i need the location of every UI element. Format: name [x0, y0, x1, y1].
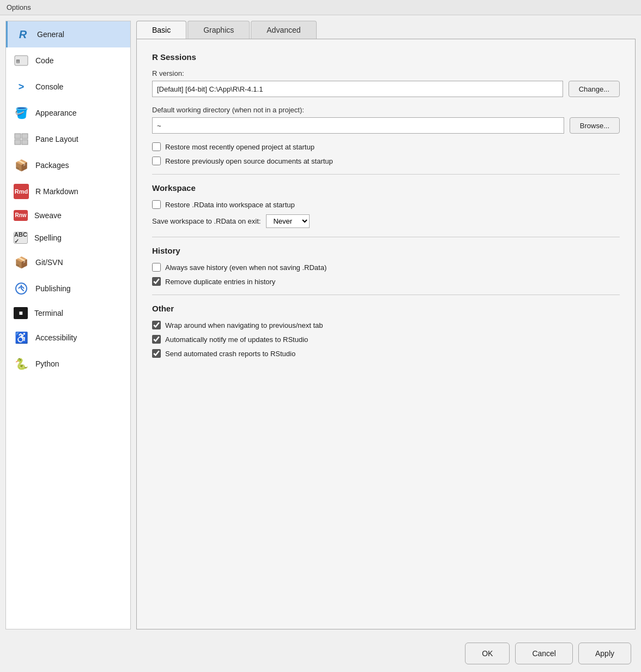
sidebar-item-console[interactable]: > Console	[6, 74, 130, 100]
pane-layout-icon	[14, 131, 29, 147]
sidebar-item-publishing[interactable]: Publishing	[6, 275, 130, 302]
titlebar: Options	[0, 0, 641, 15]
code-icon: ▤	[14, 53, 29, 68]
tab-advanced[interactable]: Advanced	[251, 21, 316, 39]
crash-reports-label: Send automated crash reports to RStudio	[165, 350, 295, 358]
sidebar-item-sweave[interactable]: Rnw Sweave	[6, 205, 130, 226]
save-workspace-select[interactable]: Ask Always Never	[266, 214, 310, 228]
restore-rdata-row: Restore .RData into workspace at startup	[152, 200, 620, 209]
tab-basic[interactable]: Basic	[136, 21, 186, 39]
sidebar-label-publishing: Publishing	[35, 284, 71, 293]
always-save-history-checkbox[interactable]	[152, 263, 161, 272]
restore-project-label: Restore most recently opened project at …	[165, 143, 315, 151]
sidebar-label-gitsvn: Git/SVN	[35, 258, 63, 267]
publishing-icon	[14, 281, 29, 296]
restore-docs-checkbox[interactable]	[152, 157, 161, 165]
r-version-input[interactable]	[152, 81, 563, 97]
divider-2	[152, 237, 620, 237]
sidebar-item-rmarkdown[interactable]: Rmd R Markdown	[6, 178, 130, 205]
restore-rdata-checkbox[interactable]	[152, 200, 161, 209]
sidebar-label-packages: Packages	[35, 161, 69, 170]
sidebar-item-code[interactable]: ▤ Code	[6, 47, 130, 74]
sidebar-label-code: Code	[35, 56, 53, 65]
sidebar-item-terminal[interactable]: ■ Terminal	[6, 302, 130, 325]
gitsvn-icon: 📦	[14, 255, 29, 270]
options-window: Options R General ▤ Code > Console	[0, 0, 641, 672]
sidebar-item-general[interactable]: R General	[6, 21, 130, 47]
spelling-icon: ABC✓	[14, 232, 28, 244]
history-section-title: History	[152, 246, 620, 255]
main-panel: Basic Graphics Advanced R Sessions R ver…	[136, 21, 636, 629]
cancel-button[interactable]: Cancel	[515, 643, 573, 664]
rmarkdown-icon: Rmd	[14, 184, 29, 199]
r-version-row: Change...	[152, 81, 620, 97]
sidebar-item-appearance[interactable]: 🪣 Appearance	[6, 100, 130, 126]
content-area: R General ▤ Code > Console 🪣 Appearance	[0, 15, 641, 635]
footer: OK Cancel Apply	[0, 635, 641, 672]
working-dir-label: Default working directory (when not in a…	[152, 106, 620, 114]
sidebar-item-accessibility[interactable]: ♿ Accessibility	[6, 325, 130, 351]
crash-reports-row: Send automated crash reports to RStudio	[152, 349, 620, 358]
notify-updates-label: Automatically notify me of updates to RS…	[165, 335, 308, 344]
svg-rect-2	[15, 134, 21, 139]
always-save-history-label: Always save history (even when not savin…	[165, 263, 326, 272]
browse-button[interactable]: Browse...	[570, 117, 620, 134]
r-sessions-section-title: R Sessions	[152, 52, 620, 62]
sidebar-item-spelling[interactable]: ABC✓ Spelling	[6, 226, 130, 249]
save-workspace-row: Save workspace to .RData on exit: Ask Al…	[152, 214, 620, 228]
python-icon: 🐍	[14, 356, 29, 371]
svg-rect-3	[22, 134, 28, 139]
notify-updates-checkbox[interactable]	[152, 335, 161, 344]
remove-duplicates-checkbox[interactable]	[152, 277, 161, 286]
sidebar-item-gitsvn[interactable]: 📦 Git/SVN	[6, 249, 130, 275]
wrap-around-checkbox[interactable]	[152, 321, 161, 329]
crash-reports-checkbox[interactable]	[152, 349, 161, 358]
wrap-around-row: Wrap around when navigating to previous/…	[152, 321, 620, 329]
restore-docs-label: Restore previously open source documents…	[165, 157, 333, 165]
panel-body: R Sessions R version: Change... Default …	[136, 39, 636, 629]
sidebar-label-rmarkdown: R Markdown	[35, 187, 78, 196]
ok-button[interactable]: OK	[465, 643, 510, 664]
workspace-section-title: Workspace	[152, 183, 620, 193]
working-dir-row: Browse...	[152, 117, 620, 134]
apply-button[interactable]: Apply	[578, 643, 631, 664]
working-dir-input[interactable]	[152, 117, 564, 134]
appearance-icon: 🪣	[14, 105, 29, 121]
general-icon: R	[15, 27, 31, 42]
sidebar-item-python[interactable]: 🐍 Python	[6, 351, 130, 377]
svg-rect-4	[15, 140, 21, 145]
restore-project-row: Restore most recently opened project at …	[152, 142, 620, 151]
restore-project-checkbox[interactable]	[152, 142, 161, 151]
other-section-title: Other	[152, 304, 620, 313]
svg-rect-5	[22, 140, 28, 145]
sidebar-label-general: General	[37, 30, 64, 39]
sidebar-item-pane-layout[interactable]: Pane Layout	[6, 126, 130, 152]
sweave-icon: Rnw	[14, 210, 28, 221]
change-button[interactable]: Change...	[569, 81, 620, 97]
save-workspace-label: Save workspace to .RData on exit:	[152, 217, 261, 225]
remove-duplicates-row: Remove duplicate entries in history	[152, 277, 620, 286]
r-version-label: R version:	[152, 69, 620, 77]
divider-3	[152, 295, 620, 295]
sidebar-label-sweave: Sweave	[34, 211, 62, 220]
console-icon: >	[14, 79, 29, 94]
notify-updates-row: Automatically notify me of updates to RS…	[152, 335, 620, 344]
sidebar: R General ▤ Code > Console 🪣 Appearance	[5, 21, 131, 629]
tabs-bar: Basic Graphics Advanced	[136, 21, 636, 39]
divider-1	[152, 174, 620, 175]
always-save-history-row: Always save history (even when not savin…	[152, 263, 620, 272]
tab-graphics[interactable]: Graphics	[188, 21, 250, 39]
sidebar-label-python: Python	[35, 359, 59, 368]
sidebar-item-packages[interactable]: 📦 Packages	[6, 152, 130, 178]
sidebar-label-pane-layout: Pane Layout	[35, 135, 78, 143]
terminal-icon: ■	[14, 307, 28, 319]
window-title: Options	[7, 3, 31, 11]
wrap-around-label: Wrap around when navigating to previous/…	[165, 321, 323, 329]
sidebar-label-appearance: Appearance	[35, 109, 77, 117]
restore-docs-row: Restore previously open source documents…	[152, 157, 620, 165]
accessibility-icon: ♿	[14, 330, 29, 345]
svg-text:▤: ▤	[16, 58, 20, 64]
restore-rdata-label: Restore .RData into workspace at startup	[165, 201, 295, 209]
sidebar-label-terminal: Terminal	[34, 309, 63, 317]
sidebar-label-accessibility: Accessibility	[35, 333, 77, 342]
